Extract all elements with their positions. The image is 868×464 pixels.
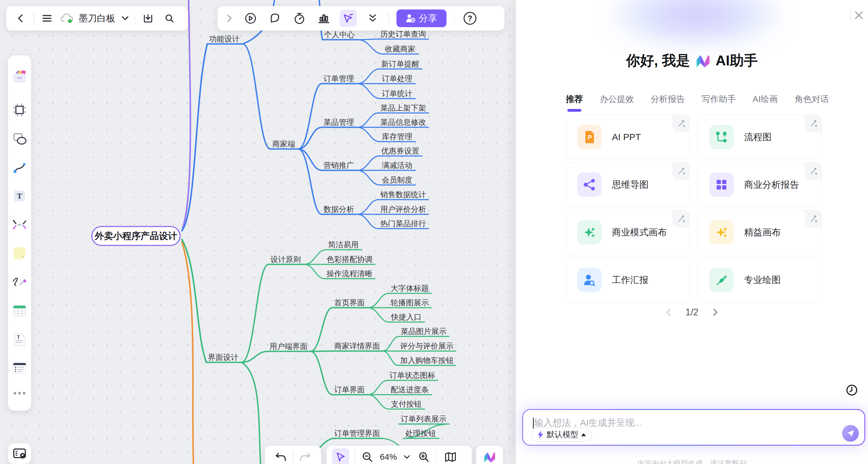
- mindmap-node-label[interactable]: 评分与评价展示: [400, 342, 454, 350]
- mindmap-node-label[interactable]: 菜品信息修改: [380, 118, 426, 126]
- sticky-note-button[interactable]: [8, 239, 31, 268]
- mindmap-node-label[interactable]: 订单列表展示: [401, 414, 446, 423]
- outline-list-button[interactable]: [8, 354, 31, 382]
- mindmap-node-label[interactable]: 历史订单查询: [380, 30, 426, 38]
- comment-button[interactable]: [267, 10, 283, 27]
- share-button[interactable]: 分享: [397, 9, 446, 27]
- mindmap-node-label[interactable]: 轮播图展示: [390, 298, 429, 307]
- connector-tool-button[interactable]: [8, 153, 31, 182]
- mindmap-node-label[interactable]: 收藏商家: [385, 44, 415, 53]
- poll-chart-button[interactable]: [315, 10, 332, 27]
- back-button[interactable]: [12, 10, 29, 27]
- select-cursor-button[interactable]: [332, 448, 349, 464]
- edit-prompt-badge[interactable]: [672, 115, 689, 132]
- card-lean-canvas[interactable]: 精益画布: [698, 210, 822, 255]
- mindmap-node-label[interactable]: 订单界面: [334, 385, 365, 394]
- mindmap-node-label[interactable]: 加入购物车按钮: [400, 356, 454, 365]
- history-button[interactable]: [845, 383, 859, 397]
- send-button[interactable]: [842, 425, 859, 442]
- mindmap-node-label[interactable]: 商家端: [272, 140, 295, 148]
- mindmap-node-label[interactable]: 订单统计: [382, 89, 412, 98]
- mindmap-node-label[interactable]: 个人中心: [324, 30, 355, 39]
- card-business-model-canvas[interactable]: 商业模式画布: [566, 210, 690, 255]
- mindmap-node-label[interactable]: 菜品上架下架: [380, 103, 426, 112]
- chevron-down-icon[interactable]: [120, 10, 131, 27]
- help-button[interactable]: ?: [462, 10, 478, 27]
- card-ai-ppt[interactable]: P AI PPT: [566, 115, 690, 159]
- card-pro-drawing[interactable]: 专业绘图: [698, 258, 822, 302]
- shapes-tool-button[interactable]: [8, 124, 31, 153]
- mindmap-node-label[interactable]: 商家详情界面: [334, 342, 380, 350]
- more-tools-button[interactable]: [364, 10, 381, 27]
- card-map-button[interactable]: [8, 443, 31, 464]
- mindmap-tool-button[interactable]: [8, 210, 31, 239]
- download-button[interactable]: [140, 10, 157, 27]
- tab-role-chat[interactable]: 角色对话: [795, 89, 829, 112]
- mindmap-node-label[interactable]: 订单管理: [323, 74, 354, 83]
- play-demo-button[interactable]: [242, 10, 259, 27]
- edit-prompt-badge[interactable]: [805, 163, 822, 180]
- text-tool-button[interactable]: T: [8, 182, 31, 210]
- mindmap-node-label[interactable]: 热门菜品排行: [380, 219, 426, 228]
- document-tool-button[interactable]: T: [8, 325, 31, 354]
- board-title[interactable]: 墨刀白板: [79, 12, 115, 25]
- mindmap-node-label[interactable]: 快捷入口: [391, 313, 422, 321]
- ai-prompt-box[interactable]: 输入想法，AI生成并呈现... 默认模型: [522, 409, 865, 446]
- mindmap-node-label[interactable]: 首页界面: [334, 298, 365, 307]
- card-flowchart[interactable]: 流程图: [698, 115, 822, 159]
- mindmap-node-label[interactable]: 新订单提醒: [381, 60, 420, 68]
- model-selector[interactable]: 默认模型: [531, 427, 592, 442]
- mindmap-node-label[interactable]: 营销推广: [323, 161, 354, 169]
- mindmap-node-label[interactable]: 库存管理: [382, 132, 412, 141]
- mindmap-node-label[interactable]: 满减活动: [382, 161, 412, 169]
- mindmap-node-label[interactable]: 菜品图片展示: [401, 327, 446, 336]
- mindmap-node-label[interactable]: 用户评价分析: [380, 205, 426, 213]
- search-button[interactable]: [161, 10, 178, 27]
- zoom-menu-chevron[interactable]: [402, 448, 411, 464]
- mindmap-node-label[interactable]: 配送进度条: [391, 385, 429, 394]
- mindmap-node-label[interactable]: 支付按钮: [391, 400, 422, 408]
- mindmap-node-label[interactable]: 大字体标题: [391, 284, 429, 292]
- timer-button[interactable]: [291, 10, 308, 27]
- mindmap-node-label[interactable]: 操作流程清晰: [327, 269, 372, 278]
- mindmap-node-label[interactable]: 优惠券设置: [381, 147, 420, 155]
- edit-prompt-badge[interactable]: [805, 115, 822, 132]
- mindmap-node-label[interactable]: 设计原则: [271, 255, 301, 264]
- mindmap-node-label[interactable]: 订单处理: [382, 74, 412, 83]
- mindmap-node-label[interactable]: 会员制度: [382, 176, 412, 184]
- edit-prompt-badge[interactable]: [805, 210, 822, 227]
- mindmap-node-label[interactable]: 色彩搭配协调: [327, 255, 372, 264]
- mindmap-root-node[interactable]: 外卖小程序产品设计: [91, 226, 181, 246]
- tab-analysis-report[interactable]: 分析报告: [651, 89, 685, 112]
- mindmap-node-label[interactable]: 界面设计: [208, 353, 238, 362]
- more-tools-sidebar-button[interactable]: [8, 382, 31, 404]
- card-mindmap[interactable]: 思维导图: [566, 162, 690, 207]
- laser-pointer-button[interactable]: [340, 10, 357, 27]
- edit-prompt-badge[interactable]: [672, 210, 689, 227]
- tab-ai-drawing[interactable]: AI绘画: [753, 89, 778, 112]
- card-work-report[interactable]: 工作汇报: [566, 258, 690, 302]
- tab-office-efficiency[interactable]: 办公提效: [600, 89, 634, 112]
- mindmap-node-label[interactable]: 用户端界面: [270, 342, 308, 350]
- tab-writing-assistant[interactable]: 写作助手: [702, 89, 736, 112]
- mindmap-node-label[interactable]: 订单状态图标: [390, 371, 435, 379]
- mindmap-node-label[interactable]: 功能设计: [209, 34, 240, 43]
- zoom-out-button[interactable]: [360, 448, 375, 464]
- mindmap-node-label[interactable]: 订单管理界面: [334, 429, 380, 437]
- menu-button[interactable]: [38, 10, 56, 27]
- mindmap-node-label[interactable]: 数据分析: [323, 205, 354, 213]
- minimap-button[interactable]: [442, 448, 459, 464]
- mindmap-node-label[interactable]: 简洁易用: [328, 240, 359, 249]
- pen-tool-button[interactable]: [8, 268, 31, 297]
- page-next-button[interactable]: [711, 308, 719, 317]
- undo-button[interactable]: [274, 448, 288, 464]
- mindmap-node-label[interactable]: 处理按钮: [405, 429, 436, 437]
- card-business-report[interactable]: 商业分析报告: [698, 162, 822, 207]
- zoom-in-button[interactable]: [416, 448, 431, 464]
- mindmap-node-label[interactable]: 销售数据统计: [380, 190, 426, 199]
- edit-prompt-badge[interactable]: [672, 163, 689, 180]
- frame-tool-button[interactable]: [8, 96, 31, 124]
- zoom-level[interactable]: 64%: [380, 452, 397, 462]
- redo-button[interactable]: [298, 448, 312, 464]
- templates-button[interactable]: [8, 62, 31, 91]
